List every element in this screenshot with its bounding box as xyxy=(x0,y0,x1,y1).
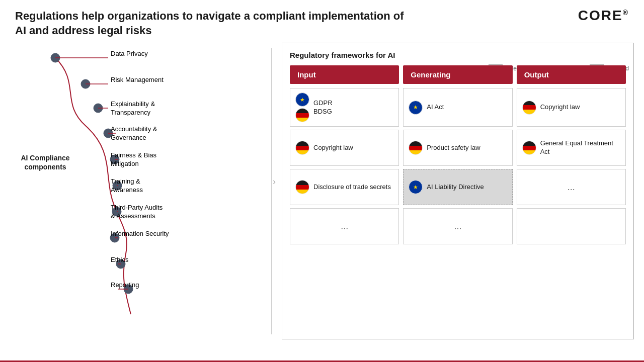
framework-title: Regulatory frameworks for AI xyxy=(290,51,626,59)
left-panel: AI Compliance components xyxy=(10,43,272,339)
flag-eu-1: ★ xyxy=(295,93,309,107)
page-title: Regulations help organizations to naviga… xyxy=(15,9,408,38)
cell-general-equal: General Equal Treatment Act xyxy=(517,130,626,166)
item-reporting: Reporting xyxy=(111,281,139,289)
cell-ai-liability: ★ AI Liability Directive xyxy=(403,169,512,205)
right-panel: Regulatory frameworks for AI Input Gener… xyxy=(282,43,634,339)
grid-row-1: ★ GDPRBDSG ★ AI Act xyxy=(290,88,626,127)
cell-product-safety: Product safety law xyxy=(403,130,512,166)
item-fairness: Fairness & BiasMitigation xyxy=(111,151,156,168)
cell-copyright-law-in: Copyright law xyxy=(290,130,399,166)
cell-ai-act: ★ AI Act xyxy=(403,88,512,127)
cell-text-gdpr: GDPRBDSG xyxy=(313,99,393,116)
flag-de-3 xyxy=(295,141,309,155)
flag-de-2 xyxy=(522,101,536,115)
main-content: AI Compliance components xyxy=(0,43,644,344)
column-headers: Input Generating Output xyxy=(290,65,626,84)
item-third-party: Third-Party Audits& Assessments xyxy=(111,204,163,221)
item-info-security: Information Security xyxy=(111,230,169,237)
flag-de-6 xyxy=(295,180,309,194)
cell-dots-3: ... xyxy=(403,208,512,244)
col-generating: Generating xyxy=(403,65,512,84)
col-input: Input xyxy=(290,65,399,84)
dots-3: ... xyxy=(409,221,507,232)
cell-text-product-safety: Product safety law xyxy=(427,144,507,152)
item-explainability: Explainability &Transparency xyxy=(111,100,155,117)
dots-2: ... xyxy=(295,221,393,232)
grid-row-4: ... ... xyxy=(290,208,626,244)
flag-de-1 xyxy=(295,108,309,122)
dots-1: ... xyxy=(522,182,620,193)
flag-eu-2: ★ xyxy=(409,101,423,115)
cell-text-copyright-out: Copyright law xyxy=(540,103,620,112)
cell-text-copyright-in: Copyright law xyxy=(313,144,393,152)
item-accountability: Accountability &Governance xyxy=(111,125,157,142)
cell-dots-2: ... xyxy=(290,208,399,244)
cell-text-ai-act: AI Act xyxy=(427,103,507,112)
eu-de-flags: ★ xyxy=(295,93,309,122)
item-ethics: Ethics xyxy=(111,256,128,263)
cell-text-trade-secrets: Disclosure of trade secrets xyxy=(313,183,393,192)
panel-divider xyxy=(271,48,272,334)
cell-gdpr-bdsg: ★ GDPRBDSG xyxy=(290,88,399,127)
cell-text-general-equal: General Equal Treatment Act xyxy=(540,139,620,156)
logo-text: CORE xyxy=(578,8,623,23)
grid-row-3: Disclosure of trade secrets ★ AI Liabili… xyxy=(290,169,626,205)
item-training: Training &Awareness xyxy=(111,177,143,195)
flag-eu-3: ★ xyxy=(409,180,423,194)
col-output: Output xyxy=(517,65,626,84)
cell-trade-secrets: Disclosure of trade secrets xyxy=(290,169,399,205)
cell-empty xyxy=(517,208,626,244)
item-data-privacy: Data Privacy xyxy=(111,50,148,57)
grid-rows: ★ GDPRBDSG ★ AI Act xyxy=(290,88,626,244)
cell-dots-1: ... xyxy=(517,169,626,205)
logo-sup: ® xyxy=(623,9,629,17)
flag-de-4 xyxy=(409,141,423,155)
grid-row-2: Copyright law Product safety law xyxy=(290,130,626,166)
page-header: CORE® Regulations help organizations to … xyxy=(0,0,644,43)
panel-bracket: › xyxy=(273,176,276,187)
logo: CORE® xyxy=(578,8,629,24)
item-risk-management: Risk Management xyxy=(111,76,164,83)
cell-text-ai-liability: AI Liability Directive xyxy=(427,183,507,192)
flag-de-5 xyxy=(522,141,536,155)
cell-copyright-law-out: Copyright law xyxy=(517,88,626,127)
